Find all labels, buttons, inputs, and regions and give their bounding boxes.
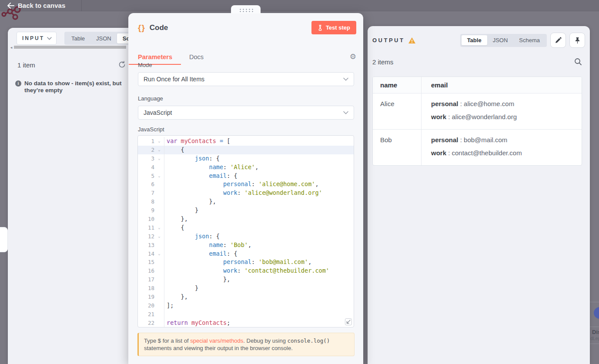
code-text: email: { [164,250,238,258]
line-number: 1 [138,137,154,146]
cell-name: Bob [380,134,418,144]
code-line-12[interactable]: 12⌄ json: { [138,232,354,241]
input-horizontal-scrollbar[interactable]: ◂ [9,45,128,49]
code-text: ]; [164,301,174,310]
panel-drag-handle[interactable] [0,227,8,252]
scroll-left-arrow-icon[interactable]: ◂ [9,45,14,50]
chevron-down-icon [343,111,348,114]
cell-email-work: work : contact@thebuilder.com [431,147,578,160]
table-row[interactable]: Bobpersonal : bob@mail.comwork : contact… [373,129,582,165]
cell-email-personal: personal : alice@home.com [431,98,578,111]
code-line-5[interactable]: 5⌄ email: { [138,172,354,180]
code-line-6[interactable]: 6 personal: 'alice@home.com', [138,180,354,189]
code-line-4[interactable]: 4 name: 'Alice', [138,163,354,172]
editor-resize-handle[interactable] [345,318,352,325]
table-row[interactable]: Alicepersonal : alice@home.comwork : ali… [373,93,582,129]
input-tab-json[interactable]: JSON [90,33,117,43]
search-icon[interactable] [574,58,582,66]
code-node-icon: {} [138,23,145,33]
code-line-17[interactable]: 17 }, [138,275,354,284]
back-to-canvas-button[interactable]: Back to canvas [7,2,65,9]
line-number: 4 [138,163,154,172]
modal-title: Code [150,23,168,32]
input-selector-dropdown[interactable]: INPUT [17,32,57,45]
pin-output-button[interactable] [569,33,585,48]
fold-gutter [154,267,164,275]
code-text: }, [164,197,216,206]
code-text: json: { [164,154,220,163]
code-text: personal: 'bob@mail.com', [164,258,311,267]
clipped-avatar-icon [594,307,599,319]
code-line-3[interactable]: 3⌄ json: { [138,154,354,163]
cell-email-work: work : alice@wonderland.org [431,111,578,124]
code-line-2[interactable]: 2⌄ { [138,146,354,154]
cell-name: Alice [380,98,418,107]
code-line-10[interactable]: 10 }, [138,215,354,224]
output-tab-json[interactable]: JSON [487,35,514,45]
language-select[interactable]: JavaScript [138,106,354,120]
special-vars-link[interactable]: special vars/methods [190,337,243,344]
line-number: 15 [138,258,154,267]
flask-icon [318,25,323,31]
code-line-13[interactable]: 13 name: 'Bob', [138,241,354,250]
output-panel-title: OUTPUT [372,37,405,43]
modal-drag-handle[interactable] [231,5,261,13]
code-line-11[interactable]: 11⌄ { [138,224,354,232]
fold-gutter [154,258,164,267]
fold-chevron-icon[interactable]: ⌄ [154,224,164,232]
scrollbar-thumb[interactable] [14,46,126,49]
output-table: name email Alicepersonal : alice@home.co… [372,77,582,166]
output-items-count: 2 items [372,58,393,66]
refresh-icon[interactable] [118,61,126,68]
tab-parameters[interactable]: Parameters [138,53,172,60]
test-step-button[interactable]: Test step [311,21,356,34]
code-text: }, [164,215,188,224]
fold-chevron-icon[interactable]: ⌄ [154,232,164,241]
fold-chevron-icon[interactable]: ⌄ [154,154,164,163]
code-line-15[interactable]: 15 personal: 'bob@mail.com', [138,258,354,267]
code-editor[interactable]: 1⌄var myContacts = [2⌄ {3⌄ json: {4 name… [137,135,354,327]
gear-icon[interactable]: ⚙ [350,52,356,61]
code-line-1[interactable]: 1⌄var myContacts = [ [138,137,354,146]
fold-chevron-icon[interactable]: ⌄ [154,250,164,258]
hint-prefix: Type $ for a list of [144,337,190,344]
code-line-20[interactable]: 20]; [138,301,354,310]
code-line-18[interactable]: 18 } [138,284,354,293]
fold-gutter [154,275,164,284]
input-tab-table[interactable]: Table [66,33,90,43]
line-number: 5 [138,172,154,180]
code-line-8[interactable]: 8 }, [138,197,354,206]
top-bar [0,0,599,11]
line-number: 8 [138,197,154,206]
code-line-21[interactable]: 21 [138,310,354,319]
mode-value: Run Once for All Items [144,76,204,83]
code-text: { [164,146,184,154]
active-tab-underline [129,64,181,65]
line-number: 11 [138,224,154,232]
fold-gutter [154,310,164,319]
code-line-16[interactable]: 16 work: 'contact@thebuilder.com' [138,267,354,275]
tab-docs[interactable]: Docs [189,53,204,60]
clipped-menu-subitem[interactable]: dLega [590,336,599,341]
fold-gutter [154,319,164,327]
code-line-19[interactable]: 19 }, [138,293,354,301]
code-line-7[interactable]: 7 work: 'alice@wonderland.org' [138,189,354,197]
fold-gutter [154,293,164,301]
code-text: }, [164,293,188,301]
cell-email-personal: personal : bob@mail.com [431,134,578,147]
menu-divider [590,344,599,344]
mode-select[interactable]: Run Once for All Items [138,72,354,86]
edit-output-button[interactable] [550,33,566,48]
clipped-menu-item[interactable]: Dis [592,329,599,335]
menu-divider [590,327,599,327]
output-tab-table[interactable]: Table [462,35,487,45]
code-line-14[interactable]: 14⌄ email: { [138,250,354,258]
output-tab-schema[interactable]: Schema [513,35,545,45]
fold-chevron-icon[interactable]: ⌄ [154,137,164,146]
code-line-22[interactable]: 22return myContacts; [138,319,354,327]
fold-chevron-icon[interactable]: ⌄ [154,172,164,180]
editor-label: JavaScript [138,126,164,133]
code-line-9[interactable]: 9 } [138,206,354,215]
fold-chevron-icon[interactable]: ⌄ [154,146,164,154]
mode-label: Mode [138,62,152,68]
